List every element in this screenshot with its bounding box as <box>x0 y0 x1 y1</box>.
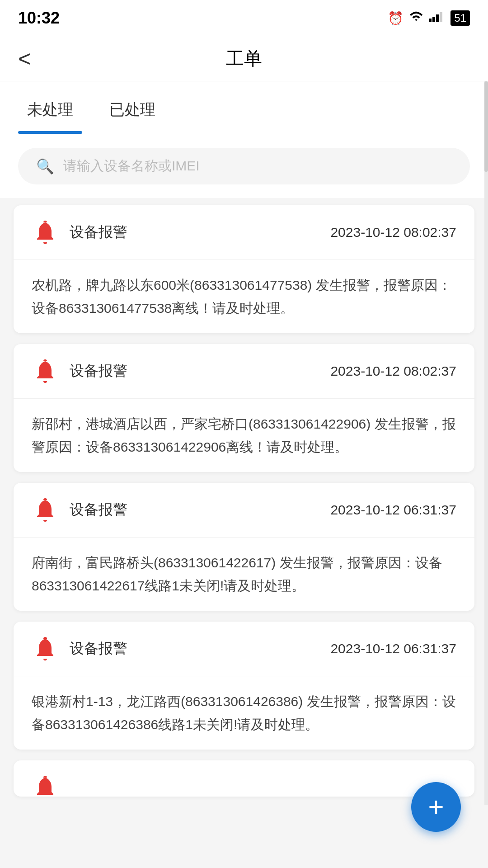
alert-type-2: 设备报警 <box>70 361 319 381</box>
bell-icon-5 <box>32 774 59 797</box>
alert-card-1-header: 设备报警 2023-10-12 08:02:37 <box>14 205 474 260</box>
search-placeholder: 请输入设备名称或IMEI <box>63 157 200 175</box>
back-button[interactable]: < <box>18 47 31 70</box>
alert-type-3: 设备报警 <box>70 500 319 520</box>
alert-time-3: 2023-10-12 06:31:37 <box>330 502 456 518</box>
wifi-icon <box>409 9 423 27</box>
alert-desc-1: 农机路，牌九路以东600米(863313061477538) 发生报警，报警原因… <box>32 274 456 320</box>
alert-card-1-body: 农机路，牌九路以东600米(863313061477538) 发生报警，报警原因… <box>14 260 474 333</box>
alert-type-1: 设备报警 <box>70 222 319 242</box>
status-bar: 10:32 ⏰ 51 <box>0 0 488 36</box>
tabs-container: 未处理 已处理 <box>0 81 488 134</box>
fab-plus-icon: + <box>428 793 444 821</box>
alert-card-3[interactable]: 设备报警 2023-10-12 06:31:37 府南街，富民路桥头(86331… <box>14 483 474 611</box>
svg-rect-0 <box>429 19 432 22</box>
search-container: 🔍 请输入设备名称或IMEI <box>0 134 488 198</box>
page-title: 工单 <box>226 46 262 71</box>
alert-type-4: 设备报警 <box>70 639 319 659</box>
content: 设备报警 2023-10-12 08:02:37 农机路，牌九路以东600米(8… <box>0 205 488 853</box>
svg-rect-1 <box>432 17 435 22</box>
alert-time-4: 2023-10-12 06:31:37 <box>330 641 456 656</box>
svg-rect-3 <box>440 12 442 22</box>
search-icon: 🔍 <box>36 158 54 175</box>
alert-card-3-body: 府南街，富民路桥头(863313061422617) 发生报警，报警原因：设备8… <box>14 538 474 611</box>
alert-card-4-body: 银港新村1-13，龙江路西(863313061426386) 发生报警，报警原因… <box>14 676 474 750</box>
alert-card-4[interactable]: 设备报警 2023-10-12 06:31:37 银港新村1-13，龙江路西(8… <box>14 622 474 750</box>
bell-icon-2 <box>32 358 59 385</box>
scrollbar-thumb[interactable] <box>484 81 488 172</box>
signal-icon <box>429 9 445 27</box>
bell-icon-1 <box>32 219 59 246</box>
battery-icon: 51 <box>450 10 470 26</box>
bell-icon-3 <box>32 496 59 524</box>
search-box[interactable]: 🔍 请输入设备名称或IMEI <box>18 148 470 184</box>
status-time: 10:32 <box>18 9 60 28</box>
scrollbar-track[interactable] <box>484 81 488 805</box>
alert-card-5-partial[interactable] <box>14 760 474 797</box>
alert-card-2[interactable]: 设备报警 2023-10-12 08:02:37 新邵村，港城酒店以西，严家宅桥… <box>14 344 474 472</box>
tab-processed[interactable]: 已处理 <box>100 81 164 134</box>
alert-card-2-body: 新邵村，港城酒店以西，严家宅桥口(863313061422906) 发生报警，报… <box>14 399 474 472</box>
navbar: < 工单 <box>0 36 488 81</box>
svg-rect-2 <box>436 14 439 22</box>
bell-icon-4 <box>32 635 59 662</box>
alert-desc-4: 银港新村1-13，龙江路西(863313061426386) 发生报警，报警原因… <box>32 690 456 736</box>
alert-card-4-header: 设备报警 2023-10-12 06:31:37 <box>14 622 474 676</box>
status-icons: ⏰ 51 <box>388 9 470 27</box>
alert-card-2-header: 设备报警 2023-10-12 08:02:37 <box>14 344 474 399</box>
alert-card-3-header: 设备报警 2023-10-12 06:31:37 <box>14 483 474 538</box>
alert-card-5-header <box>14 760 474 797</box>
alert-time-2: 2023-10-12 08:02:37 <box>330 363 456 379</box>
alert-desc-2: 新邵村，港城酒店以西，严家宅桥口(863313061422906) 发生报警，报… <box>32 412 456 458</box>
alarm-icon: ⏰ <box>388 11 404 26</box>
tab-unprocessed[interactable]: 未处理 <box>18 81 82 134</box>
alert-time-1: 2023-10-12 08:02:37 <box>330 225 456 240</box>
alert-card-1[interactable]: 设备报警 2023-10-12 08:02:37 农机路，牌九路以东600米(8… <box>14 205 474 333</box>
alert-desc-3: 府南街，富民路桥头(863313061422617) 发生报警，报警原因：设备8… <box>32 551 456 597</box>
fab-add-button[interactable]: + <box>411 782 461 832</box>
